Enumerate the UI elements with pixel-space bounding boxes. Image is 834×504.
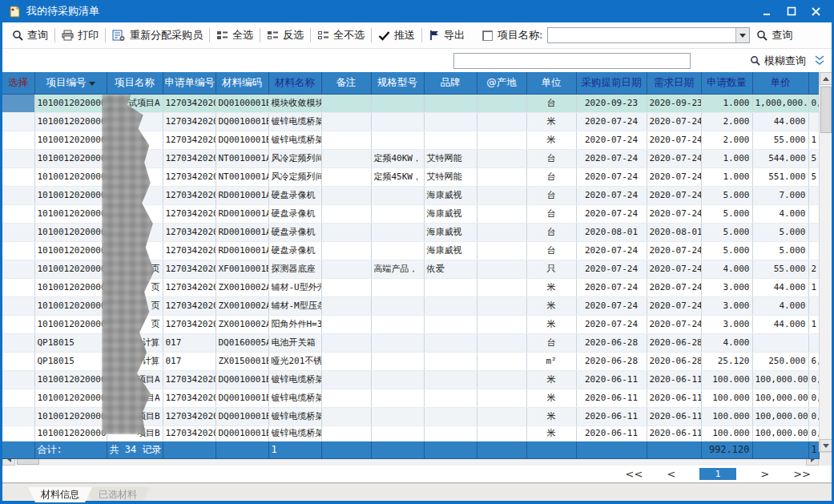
cell-project_no[interactable]: QP18015 — [34, 333, 107, 352]
cell-spec[interactable] — [371, 112, 424, 131]
cell-extra[interactable] — [808, 241, 819, 260]
first-page-button[interactable]: << — [626, 468, 643, 480]
cell-advance_date[interactable]: 2020-07-24 — [576, 296, 647, 315]
cell-remark[interactable] — [321, 241, 371, 260]
cell-material_code[interactable]: NT0010001A0 — [216, 149, 268, 167]
cell-demand_date[interactable]: 2020-07-24 — [647, 241, 701, 260]
column-header-remark[interactable]: 备注 — [321, 72, 371, 94]
cell-remark[interactable] — [321, 333, 371, 352]
cell-unit[interactable]: 米 — [526, 296, 576, 315]
column-header-origin[interactable]: @产地 — [477, 72, 526, 94]
cell-select[interactable] — [2, 223, 34, 241]
cell-advance_date[interactable]: 2020-07-24 — [576, 149, 647, 167]
cell-material_code[interactable]: NT0010001A0 — [216, 167, 268, 186]
cell-qty[interactable]: 25.120 — [701, 352, 752, 370]
vertical-scrollbar[interactable] — [819, 72, 832, 452]
cell-material_code[interactable]: DQ0100001B0 — [216, 94, 268, 112]
cell-material_name[interactable]: 电池开关箱 — [268, 333, 321, 352]
cell-qty[interactable]: 1.000 — [701, 167, 752, 186]
cell-project_no[interactable]: 10100120200001 — [34, 167, 107, 186]
cell-price[interactable]: 44.000 — [752, 315, 808, 333]
cell-demand_date[interactable]: 2020-06-28 — [647, 333, 701, 352]
cell-select[interactable] — [2, 296, 34, 315]
cell-spec[interactable]: 高端产品， — [371, 260, 424, 278]
cell-extra[interactable]: 0,0 — [808, 425, 819, 441]
cell-project_no[interactable]: 10100120200001 — [34, 389, 107, 407]
cell-brand[interactable]: 海康威视 — [424, 204, 477, 223]
cell-advance_date[interactable]: 2020-07-24 — [576, 186, 647, 204]
cell-unit[interactable]: 米 — [526, 370, 576, 389]
cell-request_no[interactable]: 12703420200 — [163, 425, 216, 441]
push-button[interactable]: 推送 — [372, 28, 421, 42]
cell-qty[interactable]: 3.000 — [701, 278, 752, 296]
cell-origin[interactable] — [477, 241, 526, 260]
cell-unit[interactable]: 米 — [526, 389, 576, 407]
cell-origin[interactable] — [477, 167, 526, 186]
next-page-button[interactable]: > — [760, 468, 769, 480]
cell-remark[interactable] — [321, 407, 371, 425]
cell-request_no[interactable]: 12703420200 — [163, 186, 216, 204]
prev-page-button[interactable]: < — [667, 468, 675, 480]
cell-material_name[interactable]: 镀锌电缆桥架 — [268, 131, 321, 149]
cell-price[interactable]: 55.000 — [752, 260, 808, 278]
cell-demand_date[interactable]: 2020-07-24 — [647, 167, 701, 186]
combobox-value[interactable] — [548, 28, 735, 42]
cell-brand[interactable] — [424, 352, 477, 370]
cell-project_no[interactable]: QP18015 — [34, 352, 107, 370]
cell-remark[interactable] — [321, 425, 371, 441]
cell-request_no[interactable]: 12703420200 — [163, 407, 216, 425]
cell-remark[interactable] — [321, 204, 371, 223]
cell-material_name[interactable]: 硬盘录像机 — [268, 223, 321, 241]
cell-request_no[interactable]: 017 — [163, 333, 216, 352]
query-button[interactable]: 查询 — [6, 28, 54, 42]
cell-project_no[interactable]: 10100120200001 — [34, 278, 107, 296]
cell-price[interactable]: 1,000,000.0000 — [752, 94, 808, 112]
cell-select[interactable] — [2, 425, 34, 441]
cell-material_name[interactable]: 模块收敛模块 — [268, 94, 321, 112]
cell-extra[interactable]: 2 — [808, 260, 819, 278]
column-header-select[interactable]: 选择 — [2, 72, 34, 94]
column-header-price[interactable]: 单价 — [752, 72, 808, 94]
cell-request_no[interactable]: 12703420200 — [163, 241, 216, 260]
fuzzy-search-button[interactable]: 模糊查询 — [750, 54, 806, 68]
cell-remark[interactable] — [321, 278, 371, 296]
select-all-button[interactable]: 全选 — [210, 28, 260, 42]
cell-remark[interactable] — [321, 223, 371, 241]
cell-material_code[interactable]: RD0010001A0 — [216, 186, 268, 204]
cell-unit[interactable]: 米 — [526, 425, 576, 441]
cell-unit[interactable]: 台 — [526, 186, 576, 204]
cell-spec[interactable] — [371, 333, 424, 352]
cell-remark[interactable] — [321, 94, 371, 112]
cell-price[interactable]: 5.000 — [752, 241, 808, 260]
cell-select[interactable] — [2, 186, 34, 204]
invert-selection-button[interactable]: 反选 — [260, 28, 310, 42]
cell-extra[interactable] — [808, 333, 819, 352]
cell-remark[interactable] — [321, 296, 371, 315]
cell-origin[interactable] — [477, 131, 526, 149]
cell-extra[interactable] — [808, 296, 819, 315]
cell-advance_date[interactable]: 2020-06-28 — [576, 333, 647, 352]
cell-project_no[interactable]: 10100120200001 — [34, 204, 107, 223]
cell-select[interactable] — [2, 204, 34, 223]
cell-select[interactable] — [2, 260, 34, 278]
cell-material_code[interactable]: DQ0010001B0 — [216, 425, 268, 441]
cell-advance_date[interactable]: 2020-07-24 — [576, 260, 647, 278]
cell-select[interactable] — [2, 167, 34, 186]
cell-brand[interactable]: 艾特网能 — [424, 167, 477, 186]
cell-request_no[interactable]: 12703420200 — [163, 112, 216, 131]
cell-unit[interactable]: 台 — [526, 333, 576, 352]
cell-price[interactable]: 5.000 — [752, 223, 808, 241]
cell-extra[interactable]: 6,2 — [808, 352, 819, 370]
cell-brand[interactable] — [424, 370, 477, 389]
expand-filters-chevron-icon[interactable] — [814, 55, 825, 66]
cell-spec[interactable] — [371, 94, 424, 112]
cell-extra[interactable]: 0,0 — [808, 370, 819, 389]
cell-select[interactable] — [2, 333, 34, 352]
cell-material_code[interactable]: DQ0010001B0 — [216, 389, 268, 407]
cell-brand[interactable] — [424, 296, 477, 315]
column-header-qty[interactable]: 申请数量 — [701, 72, 752, 94]
cell-request_no[interactable]: 12703420200 — [163, 167, 216, 186]
cell-remark[interactable] — [321, 131, 371, 149]
cell-brand[interactable] — [424, 278, 477, 296]
cell-qty[interactable]: 100.000 — [701, 389, 752, 407]
